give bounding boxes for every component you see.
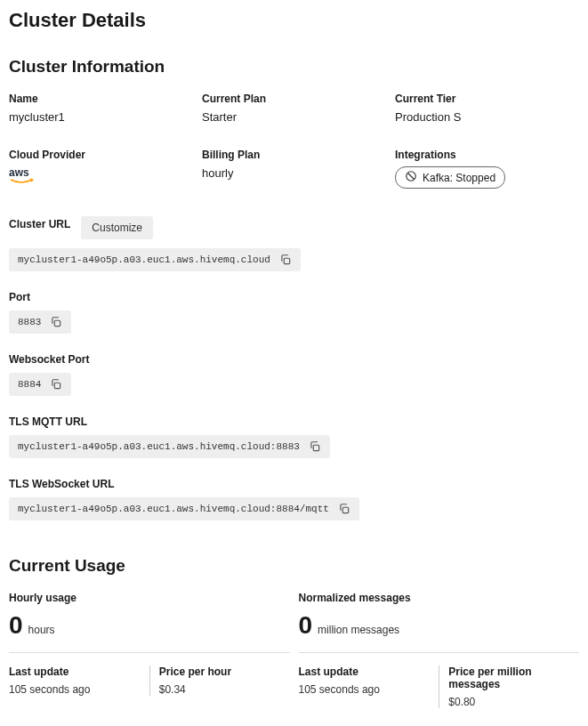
info-cloud-provider-label: Cloud Provider xyxy=(9,149,193,161)
port-box: 8883 xyxy=(9,311,71,334)
svg-rect-3 xyxy=(284,258,289,263)
hourly-price-label: Price per hour xyxy=(159,666,281,678)
cluster-url-box: mycluster1-a49o5p.a03.euc1.aws.hivemq.cl… xyxy=(9,248,301,271)
info-billing-plan-label: Billing Plan xyxy=(202,149,386,161)
tls-mqtt-url-box: mycluster1-a49o5p.a03.euc1.aws.hivemq.cl… xyxy=(9,435,330,458)
messages-usage-block: Normalized messages 0 million messages L… xyxy=(299,592,580,708)
messages-price-label: Price per million messages xyxy=(448,666,570,690)
svg-line-2 xyxy=(408,173,415,180)
info-current-tier-value: Production S xyxy=(395,110,579,124)
svg-rect-4 xyxy=(55,320,60,326)
tls-mqtt-url-block: TLS MQTT URL mycluster1-a49o5p.a03.euc1.… xyxy=(9,415,579,474)
hourly-usage-unit: hours xyxy=(28,624,55,636)
hourly-usage-title: Hourly usage xyxy=(9,592,290,604)
copy-icon[interactable] xyxy=(338,503,350,515)
info-cloud-provider: Cloud Provider aws xyxy=(9,149,193,190)
copy-icon[interactable] xyxy=(279,254,292,266)
tls-websocket-url-value: mycluster1-a49o5p.a03.euc1.aws.hivemq.cl… xyxy=(18,504,329,514)
port-label: Port xyxy=(9,291,579,303)
messages-last-update-label: Last update xyxy=(299,666,431,678)
hourly-usage-block: Hourly usage 0 hours Last update 105 sec… xyxy=(9,592,290,708)
websocket-port-box: 8884 xyxy=(9,373,71,396)
messages-last-update-value: 105 seconds ago xyxy=(299,683,431,696)
info-billing-plan: Billing Plan hourly xyxy=(202,149,386,190)
cluster-info-heading: Cluster Information xyxy=(9,57,579,77)
integration-kafka-text: Kafka: Stopped xyxy=(423,172,495,184)
copy-icon[interactable] xyxy=(50,316,62,328)
info-integrations: Integrations Kafka: Stopped xyxy=(395,149,579,190)
messages-usage-unit: million messages xyxy=(318,624,399,636)
cluster-info-grid: Name mycluster1 Current Plan Starter Cur… xyxy=(9,93,579,190)
hourly-last-update-value: 105 seconds ago xyxy=(9,683,141,696)
hourly-usage-value: 0 xyxy=(9,611,23,640)
hourly-last-update: Last update 105 seconds ago xyxy=(9,666,149,696)
messages-price: Price per million messages $0.80 xyxy=(439,666,579,708)
info-current-tier-label: Current Tier xyxy=(395,93,579,105)
tls-mqtt-url-label: TLS MQTT URL xyxy=(9,415,579,428)
tls-websocket-url-label: TLS WebSocket URL xyxy=(9,478,579,490)
svg-rect-5 xyxy=(55,383,60,388)
info-current-plan-label: Current Plan xyxy=(202,93,386,105)
hourly-price-value: $0.34 xyxy=(159,683,281,696)
info-billing-plan-value: hourly xyxy=(202,166,386,180)
customize-button[interactable]: Customize xyxy=(81,216,153,239)
info-name: Name mycluster1 xyxy=(9,93,193,124)
tls-websocket-url-box: mycluster1-a49o5p.a03.euc1.aws.hivemq.cl… xyxy=(9,497,359,520)
info-current-plan-value: Starter xyxy=(202,110,386,124)
tls-websocket-url-block: TLS WebSocket URL mycluster1-a49o5p.a03.… xyxy=(9,478,579,536)
cluster-url-block: Cluster URL Customize mycluster1-a49o5p.… xyxy=(9,216,579,287)
integration-kafka-badge: Kafka: Stopped xyxy=(395,166,505,189)
svg-text:aws: aws xyxy=(9,166,29,179)
messages-usage-title: Normalized messages xyxy=(299,592,580,604)
info-name-value: mycluster1 xyxy=(9,110,193,124)
messages-usage-value: 0 xyxy=(299,611,313,640)
svg-rect-6 xyxy=(313,445,318,450)
port-value: 8883 xyxy=(18,317,41,327)
copy-icon[interactable] xyxy=(50,378,62,391)
usage-section: Current Usage Hourly usage 0 hours Last … xyxy=(9,556,579,708)
cluster-url-label: Cluster URL xyxy=(9,218,70,230)
info-current-tier: Current Tier Production S xyxy=(395,93,579,124)
hourly-price: Price per hour $0.34 xyxy=(149,666,290,696)
page-title: Cluster Details xyxy=(9,9,579,32)
port-block: Port 8883 xyxy=(9,291,579,350)
websocket-port-value: 8884 xyxy=(18,379,41,390)
websocket-port-label: Websocket Port xyxy=(9,353,579,366)
cluster-url-value: mycluster1-a49o5p.a03.euc1.aws.hivemq.cl… xyxy=(18,254,270,265)
copy-icon[interactable] xyxy=(309,440,321,453)
aws-logo-icon: aws xyxy=(9,166,193,190)
messages-last-update: Last update 105 seconds ago xyxy=(299,666,439,708)
tls-mqtt-url-value: mycluster1-a49o5p.a03.euc1.aws.hivemq.cl… xyxy=(18,441,300,452)
hourly-last-update-label: Last update xyxy=(9,666,141,678)
messages-price-value: $0.80 xyxy=(448,696,570,708)
info-integrations-label: Integrations xyxy=(395,149,579,161)
stopped-icon xyxy=(405,170,417,185)
svg-rect-7 xyxy=(342,507,348,512)
info-current-plan: Current Plan Starter xyxy=(202,93,386,124)
usage-heading: Current Usage xyxy=(9,556,579,576)
websocket-port-block: Websocket Port 8884 xyxy=(9,353,579,412)
info-name-label: Name xyxy=(9,93,193,105)
